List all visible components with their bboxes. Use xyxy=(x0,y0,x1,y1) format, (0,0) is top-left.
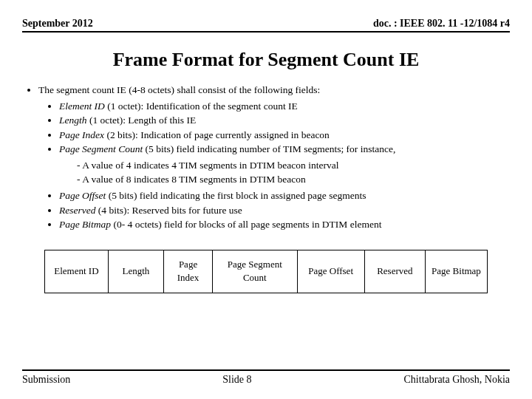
footer-author: Chittabrata Ghosh, Nokia xyxy=(404,374,510,386)
footer-slide-number: Slide 8 xyxy=(70,374,403,386)
segment-count-note-2: A value of 8 indicates 8 TIM segments in… xyxy=(77,172,510,187)
diagram-cell-page-offset: Page Offset xyxy=(297,250,364,294)
field-element-id: Element ID (1 octet): Identification of … xyxy=(59,99,510,114)
header: September 2012 doc. : IEEE 802. 11 -12/1… xyxy=(22,18,510,33)
field-page-bitmap: Page Bitmap (0- 4 octets) field for bloc… xyxy=(59,217,510,232)
field-page-offset: Page Offset (5 bits) field indicating th… xyxy=(59,188,510,203)
field-page-index: Page Index (2 bits): Indication of page … xyxy=(59,128,510,143)
diagram-cell-page-segment-count: Page Segment Count xyxy=(212,250,296,294)
diagram-cell-page-bitmap: Page Bitmap xyxy=(425,250,488,294)
header-date: September 2012 xyxy=(22,18,93,30)
segment-count-note-1: A value of 4 indicates 4 TIM segments in… xyxy=(77,158,510,173)
diagram-cell-page-index: Page Index xyxy=(163,250,212,294)
field-reserved: Reserved (4 bits): Reserved bits for fut… xyxy=(59,203,510,218)
diagram-cell-length: Length xyxy=(108,250,163,294)
frame-diagram: Element ID Length Page Index Page Segmen… xyxy=(44,250,488,294)
diagram-cell-element-id: Element ID xyxy=(44,250,108,294)
field-length: Length (1 octet): Length of this IE xyxy=(59,113,510,128)
field-page-segment-count: Page Segment Count (5 bits) field indica… xyxy=(59,142,510,187)
header-docnum: doc. : IEEE 802. 11 -12/1084 r4 xyxy=(373,18,510,30)
footer: Submission Slide 8 Chittabrata Ghosh, No… xyxy=(22,369,510,386)
page-title: Frame Format for Segment Count IE xyxy=(22,49,510,71)
diagram-cell-reserved: Reserved xyxy=(364,250,425,294)
footer-left: Submission xyxy=(22,374,70,386)
intro-line: The segment count IE (4-8 octets) shall … xyxy=(38,83,510,232)
content: The segment count IE (4-8 octets) shall … xyxy=(22,83,510,369)
